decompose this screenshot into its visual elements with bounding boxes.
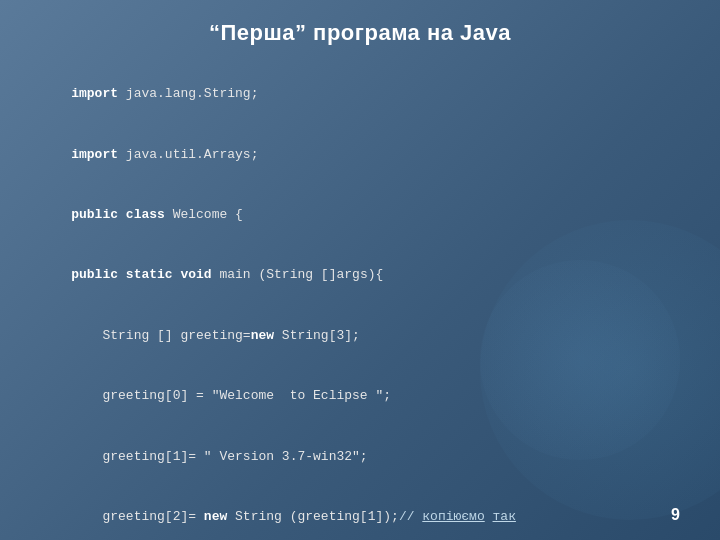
line3: greeting[1]= " Version 3.7-win32"; bbox=[71, 449, 367, 464]
main-decl: public static void main (String []args){ bbox=[71, 267, 383, 282]
class-decl: public class Welcome { bbox=[71, 207, 243, 222]
line2: greeting[0] = "Welcome to Eclipse "; bbox=[71, 388, 391, 403]
page-number: 9 bbox=[671, 506, 680, 524]
line1: String [] greeting=new String[3]; bbox=[71, 328, 360, 343]
decoration-circle-2 bbox=[480, 260, 680, 460]
line4: greeting[2]= new String (greeting[1]);//… bbox=[71, 509, 516, 524]
slide-container: “Перша” програма на Java import java.lan… bbox=[0, 0, 720, 540]
import2: import java.util.Arrays; bbox=[71, 147, 258, 162]
slide-title: “Перша” програма на Java bbox=[40, 20, 680, 46]
import1: import java.lang.String; bbox=[71, 86, 258, 101]
